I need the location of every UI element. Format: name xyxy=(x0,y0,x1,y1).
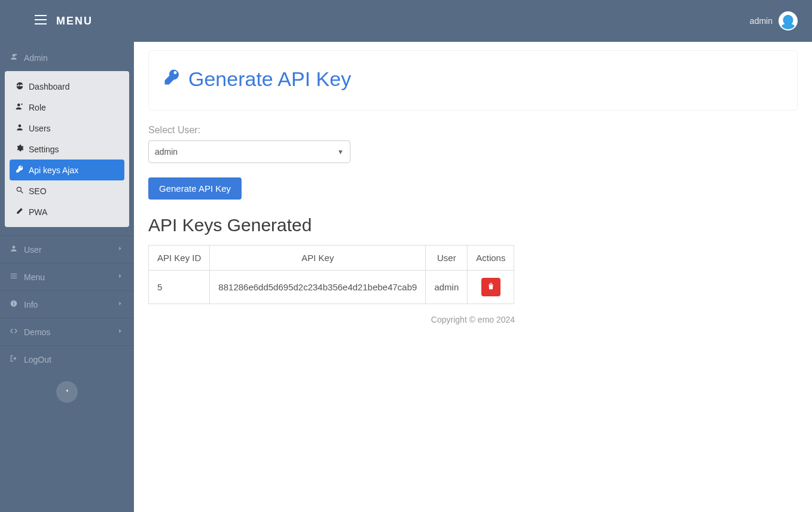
sidebar-item-users[interactable]: Users xyxy=(10,118,124,139)
avatar[interactable] xyxy=(779,11,798,30)
sidebar-section-label: LogOut xyxy=(24,355,51,364)
sidebar-section-menu[interactable]: Menu xyxy=(0,263,134,290)
topbar: MENU admin xyxy=(0,0,812,42)
svg-point-9 xyxy=(19,124,22,127)
chevron-right-icon xyxy=(116,327,124,337)
main-content: Generate API Key Select User: admin ▼ Ge… xyxy=(134,42,812,512)
svg-point-7 xyxy=(17,103,20,106)
sidebar-section-user[interactable]: User xyxy=(0,235,134,263)
svg-rect-13 xyxy=(11,278,17,278)
sidebar-section-admin[interactable]: Admin xyxy=(0,42,134,71)
sidebar-section-label: User xyxy=(24,245,42,255)
svg-rect-12 xyxy=(11,275,17,276)
cell-key: 881286e6dd5d695d2c234b356e4d21bebe47cab9 xyxy=(210,271,426,304)
th-actions: Actions xyxy=(468,246,514,271)
sidebar-section-info[interactable]: Info xyxy=(0,290,134,318)
role-icon xyxy=(16,102,24,112)
sidebar-item-role[interactable]: Role xyxy=(10,97,124,118)
sidebar-section-label: Menu xyxy=(24,272,45,282)
sidebar-item-label: Users xyxy=(29,124,51,133)
footer-copyright: Copyright © emo 2024 xyxy=(148,315,798,324)
sidebar-item-label: PWA xyxy=(29,207,47,217)
svg-point-16 xyxy=(13,302,14,302)
edit-icon xyxy=(16,207,24,217)
sidebar-section-label: Admin xyxy=(24,53,48,63)
chevron-down-icon: ▼ xyxy=(337,148,344,155)
user-area[interactable]: admin xyxy=(750,11,798,30)
sidebar-item-label: Api keys Ajax xyxy=(29,165,78,175)
th-user: User xyxy=(426,246,468,271)
select-user-label: Select User: xyxy=(148,125,798,136)
sidebar-item-seo[interactable]: SEO xyxy=(10,180,124,201)
table-section-title: API Keys Generated xyxy=(148,215,798,235)
sidebar-item-dashboard[interactable]: Dashboard xyxy=(10,76,124,97)
sidebar-item-label: Role xyxy=(29,103,46,112)
page-title-text: Generate API Key xyxy=(188,68,351,91)
topbar-username: admin xyxy=(750,16,773,26)
menu-toggle[interactable]: MENU xyxy=(35,15,93,27)
sidebar-item-label: Settings xyxy=(29,145,59,154)
page-title: Generate API Key xyxy=(163,68,783,91)
table-row: 5881286e6dd5d695d2c234b356e4d21bebe47cab… xyxy=(149,271,514,304)
hamburger-icon xyxy=(35,15,47,27)
chevron-right-icon xyxy=(116,299,124,309)
info-icon xyxy=(10,299,18,309)
user-icon xyxy=(10,244,18,255)
sidebar-item-pwa[interactable]: PWA xyxy=(10,201,124,222)
sidebar-section-label: Info xyxy=(24,300,38,309)
admin-submenu: DashboardRoleUsersSettingsApi keys AjaxS… xyxy=(5,71,129,227)
menu-label: MENU xyxy=(56,15,93,27)
page-header-card: Generate API Key xyxy=(148,50,798,111)
search-icon xyxy=(16,186,24,196)
dashboard-icon xyxy=(16,81,24,91)
select-user-value: admin xyxy=(155,147,178,157)
key-icon xyxy=(16,165,24,175)
chevron-right-icon xyxy=(116,272,124,282)
user-icon xyxy=(16,123,24,133)
svg-point-4 xyxy=(35,19,36,20)
svg-rect-11 xyxy=(11,274,17,274)
svg-point-10 xyxy=(17,187,21,191)
delete-api-key-button[interactable] xyxy=(481,278,500,296)
sidebar-item-label: Dashboard xyxy=(29,82,70,91)
sidebar: Admin DashboardRoleUsersSettingsApi keys… xyxy=(0,42,134,512)
sidebar-section-logout[interactable]: LogOut xyxy=(0,345,134,373)
gear-icon xyxy=(16,144,24,154)
select-user-dropdown[interactable]: admin ▼ xyxy=(148,140,350,163)
svg-point-6 xyxy=(15,54,17,56)
cell-actions xyxy=(468,271,514,304)
code-icon xyxy=(10,327,18,337)
sidebar-item-label: SEO xyxy=(29,186,47,196)
th-key: API Key xyxy=(210,246,426,271)
generate-api-key-button[interactable]: Generate API Key xyxy=(148,177,242,200)
trash-icon xyxy=(487,282,495,292)
chevron-left-icon xyxy=(64,387,70,397)
bars-icon xyxy=(10,272,18,282)
admin-gear-user-icon xyxy=(10,53,18,63)
sidebar-item-settings[interactable]: Settings xyxy=(10,139,124,160)
sidebar-section-label: Demos xyxy=(24,327,50,337)
chevron-right-icon xyxy=(116,244,124,255)
logout-icon xyxy=(10,354,18,364)
cell-user: admin xyxy=(426,271,468,304)
svg-rect-15 xyxy=(13,303,14,305)
table-header-row: API Key ID API Key User Actions xyxy=(149,246,514,271)
sidebar-item-api-keys-ajax[interactable]: Api keys Ajax xyxy=(10,160,124,180)
sidebar-collapse-button[interactable] xyxy=(56,381,78,403)
svg-point-8 xyxy=(21,103,22,105)
api-keys-table: API Key ID API Key User Actions 5881286e… xyxy=(148,245,514,304)
key-icon xyxy=(163,68,181,91)
th-id: API Key ID xyxy=(149,246,210,271)
cell-id: 5 xyxy=(149,271,210,304)
sidebar-section-demos[interactable]: Demos xyxy=(0,318,134,345)
